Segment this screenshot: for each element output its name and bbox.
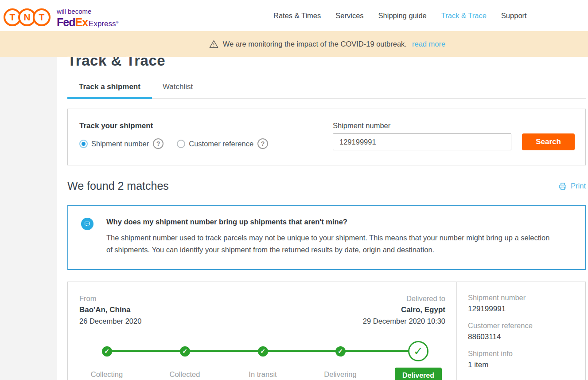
brand-tagline: will become xyxy=(57,8,118,16)
registered-mark: ® xyxy=(116,20,118,24)
main-content: Track & Trace Track a shipment Watchlist… xyxy=(57,57,588,380)
form-legend: Track your shipment xyxy=(79,121,333,130)
detail-shipment-number: Shipment number 129199991 xyxy=(468,294,585,313)
info-box-title: Why does my shipment number bring up shi… xyxy=(106,218,557,226)
read-more-link[interactable]: read more xyxy=(412,40,445,48)
detail-value: 129199991 xyxy=(468,305,585,313)
fedex-ex-text: Ex xyxy=(75,16,88,28)
nav-item-support[interactable]: Support xyxy=(501,12,527,20)
tab-track-a-shipment[interactable]: Track a shipment xyxy=(67,82,152,99)
detail-label: Customer reference xyxy=(468,321,585,330)
main-nav: Rates & Times Services Shipping guide Tr… xyxy=(273,0,527,31)
step-label: Collecting xyxy=(76,370,138,379)
check-icon: ✓ xyxy=(258,346,268,356)
detail-label: Shipment number xyxy=(468,294,585,302)
radio-customer-reference[interactable] xyxy=(177,140,185,148)
nav-item-services[interactable]: Services xyxy=(335,12,363,20)
radio-row: Shipment number ? Customer reference ? xyxy=(79,138,333,149)
speech-bubble-icon xyxy=(81,218,93,230)
progress-tracker: ✓ Collecting ✓ Collected ✓ In transit ✓ … xyxy=(68,341,457,380)
route-to-block: Delivered to Cairo, Egypt 29 December 20… xyxy=(363,294,445,325)
track-form-card: Track your shipment Shipment number ? Cu… xyxy=(67,109,586,165)
track-form-input-area: Shipment number Search xyxy=(333,121,575,165)
tnt-logo[interactable]: T N T will become FedExExpress® xyxy=(0,3,118,28)
to-city: Cairo, Egypt xyxy=(363,306,445,314)
step-delivered: ✓ Delivered xyxy=(387,341,449,380)
tab-bar: Track a shipment Watchlist xyxy=(67,82,586,99)
detail-customer-reference: Customer reference 88603114 xyxy=(468,321,585,341)
step-delivering: ✓ Delivering xyxy=(309,341,371,379)
check-icon: ✓ xyxy=(408,341,428,361)
radio-customer-reference-label[interactable]: Customer reference xyxy=(189,140,253,148)
info-box-body: The shipment number used to track parcel… xyxy=(106,232,557,256)
shipment-route-panel: From Bao'An, China 26 December 2020 Deli… xyxy=(68,282,457,380)
fedex-fed-text: Fed xyxy=(57,16,75,28)
search-button[interactable]: Search xyxy=(522,133,575,150)
detail-value: 1 item xyxy=(468,360,585,369)
tab-watchlist[interactable]: Watchlist xyxy=(152,82,204,98)
info-box-text: Why does my shipment number bring up shi… xyxy=(106,218,557,256)
nav-item-rates-times[interactable]: Rates & Times xyxy=(273,12,321,20)
from-city: Bao'An, China xyxy=(79,306,141,314)
to-date: 29 December 2020 10:30 xyxy=(363,317,445,325)
detail-label: Shipment info xyxy=(468,349,585,358)
shipment-number-input[interactable] xyxy=(333,133,511,150)
tnt-logo-icon: T N T xyxy=(4,3,51,26)
step-in-transit: ✓ In transit xyxy=(232,341,294,379)
page-title: Track & Trace xyxy=(67,57,586,69)
from-label: From xyxy=(79,294,141,303)
results-header-row: We found 2 matches Print xyxy=(67,180,586,192)
check-icon: ✓ xyxy=(335,346,346,356)
help-icon[interactable]: ? xyxy=(153,138,164,149)
nav-item-shipping-guide[interactable]: Shipping guide xyxy=(378,12,427,20)
print-label: Print xyxy=(571,182,586,190)
covid-banner: We are monitoring the impact of the COVI… xyxy=(0,31,588,57)
check-icon: ✓ xyxy=(102,346,112,356)
site-header: T N T will become FedExExpress® Rates & … xyxy=(0,0,588,31)
radio-shipment-number[interactable] xyxy=(79,140,88,148)
step-collecting: ✓ Collecting xyxy=(76,341,138,379)
results-heading: We found 2 matches xyxy=(67,180,169,192)
check-icon: ✓ xyxy=(180,346,190,356)
route-from-block: From Bao'An, China 26 December 2020 xyxy=(79,294,141,325)
step-label: In transit xyxy=(232,370,294,379)
print-link[interactable]: Print xyxy=(558,182,586,191)
step-label: Delivering xyxy=(309,370,371,379)
shipment-result-card[interactable]: From Bao'An, China 26 December 2020 Deli… xyxy=(67,282,586,380)
radio-shipment-number-label[interactable]: Shipment number xyxy=(91,140,149,148)
fedex-express-text: Express xyxy=(89,20,116,28)
banner-text: We are monitoring the impact of the COVI… xyxy=(223,40,407,48)
detail-value: 88603114 xyxy=(468,333,585,341)
fedex-wordmark: FedExExpress® xyxy=(57,16,118,29)
from-date: 26 December 2020 xyxy=(79,317,141,325)
tnt-letter-circle: T xyxy=(33,8,51,26)
info-box: Why does my shipment number bring up shi… xyxy=(67,205,586,270)
delivered-badge: Delivered xyxy=(395,368,442,380)
shipment-details-panel: Shipment number 129199991 Customer refer… xyxy=(457,282,585,380)
step-label: Collected xyxy=(154,370,216,379)
nav-item-track-trace[interactable]: Track & Trace xyxy=(441,12,487,20)
track-form-options: Track your shipment Shipment number ? Cu… xyxy=(79,121,333,165)
delivered-to-label: Delivered to xyxy=(363,294,445,303)
shipment-number-label: Shipment number xyxy=(333,121,575,130)
fedex-brand-block: will become FedExExpress® xyxy=(57,8,118,28)
help-icon[interactable]: ? xyxy=(257,138,268,149)
warning-triangle-icon xyxy=(209,39,218,48)
detail-shipment-info: Shipment info 1 item xyxy=(468,349,585,369)
printer-icon xyxy=(558,182,567,191)
step-collected: ✓ Collected xyxy=(154,341,216,379)
